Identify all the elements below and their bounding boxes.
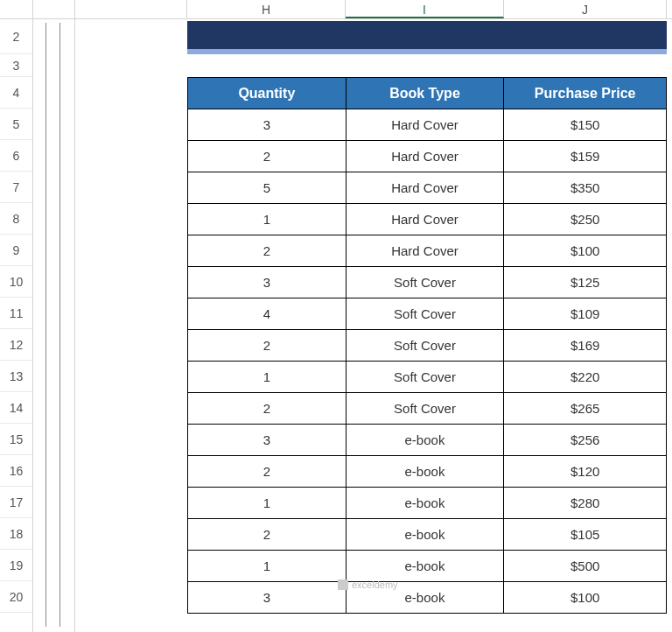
- outline-line-2: [60, 23, 60, 627]
- corner-spacer: [0, 0, 33, 18]
- cell-quantity[interactable]: 2: [188, 393, 346, 425]
- row-header-19[interactable]: 19: [0, 550, 32, 581]
- row-header-6[interactable]: 6: [0, 140, 32, 172]
- gap-row: [187, 54, 667, 77]
- cell-book_type[interactable]: Hard Cover: [346, 141, 504, 172]
- cell-purchase_price[interactable]: $109: [504, 298, 667, 330]
- row-header-10[interactable]: 10: [0, 266, 32, 298]
- grid[interactable]: Quantity Book Type Purchase Price 3Hard …: [75, 19, 672, 632]
- cell-book_type[interactable]: e-book: [346, 551, 504, 582]
- cell-quantity[interactable]: 1: [188, 362, 346, 393]
- cell-purchase_price[interactable]: $150: [504, 109, 667, 141]
- column-header-i[interactable]: I: [346, 0, 504, 18]
- table-row: 5Hard Cover$350: [188, 172, 667, 204]
- row-header-20[interactable]: 20: [0, 581, 32, 613]
- cell-purchase_price[interactable]: $169: [504, 330, 667, 362]
- cell-purchase_price[interactable]: $280: [504, 488, 667, 519]
- row-header-4[interactable]: 4: [0, 77, 32, 109]
- row-header-13[interactable]: 13: [0, 361, 32, 392]
- cell-purchase_price[interactable]: $250: [504, 204, 667, 235]
- cell-book_type[interactable]: e-book: [346, 519, 504, 551]
- table-row: 1Soft Cover$220: [188, 362, 667, 393]
- row-header-8[interactable]: 8: [0, 203, 32, 235]
- cell-book_type[interactable]: Soft Cover: [346, 330, 504, 362]
- table-row: 2Soft Cover$265: [188, 393, 667, 425]
- table-row: 2Hard Cover$100: [188, 235, 667, 267]
- column-header-k-edge: [667, 0, 672, 18]
- content-area: Quantity Book Type Purchase Price 3Hard …: [187, 19, 667, 614]
- row-headers: 2 3 4 5 6 7 8 9 10 11 12 13 14 15 16 17 …: [0, 19, 33, 632]
- cell-quantity[interactable]: 2: [188, 519, 346, 551]
- table-row: 2e-book$120: [188, 456, 667, 488]
- row-header-14[interactable]: 14: [0, 392, 32, 424]
- row-header-7[interactable]: 7: [0, 172, 32, 203]
- table-row: 1e-book$500: [188, 551, 667, 582]
- row-header-18[interactable]: 18: [0, 518, 32, 550]
- cell-book_type[interactable]: Soft Cover: [346, 267, 504, 298]
- outline-header-spacer: [33, 0, 75, 18]
- row-header-16[interactable]: 16: [0, 455, 32, 487]
- cell-purchase_price[interactable]: $100: [504, 235, 667, 267]
- column-header-j[interactable]: J: [504, 0, 667, 18]
- row-header-15[interactable]: 15: [0, 424, 32, 455]
- table-row: 2Soft Cover$169: [188, 330, 667, 362]
- outline-pane[interactable]: [33, 19, 75, 632]
- column-header-h[interactable]: H: [187, 0, 346, 18]
- table-row: 3Hard Cover$150: [188, 109, 667, 141]
- cell-book_type[interactable]: Hard Cover: [346, 109, 504, 141]
- cell-purchase_price[interactable]: $500: [504, 551, 667, 582]
- header-quantity[interactable]: Quantity: [188, 78, 346, 109]
- cell-purchase_price[interactable]: $256: [504, 425, 667, 456]
- row-header-3[interactable]: 3: [0, 54, 32, 77]
- cell-book_type[interactable]: Soft Cover: [346, 393, 504, 425]
- table-row: 2e-book$105: [188, 519, 667, 551]
- cell-quantity[interactable]: 2: [188, 141, 346, 172]
- cell-purchase_price[interactable]: $120: [504, 456, 667, 488]
- cell-purchase_price[interactable]: $100: [504, 582, 667, 614]
- cell-quantity[interactable]: 2: [188, 456, 346, 488]
- outline-line-1: [46, 23, 46, 627]
- cell-book_type[interactable]: Soft Cover: [346, 362, 504, 393]
- cell-quantity[interactable]: 3: [188, 425, 346, 456]
- cell-quantity[interactable]: 1: [188, 488, 346, 519]
- cell-quantity[interactable]: 2: [188, 330, 346, 362]
- header-book-type[interactable]: Book Type: [346, 78, 504, 109]
- row-header-2[interactable]: 2: [0, 19, 32, 54]
- cell-purchase_price[interactable]: $105: [504, 519, 667, 551]
- cell-quantity[interactable]: 3: [188, 582, 346, 614]
- row-header-9[interactable]: 9: [0, 235, 32, 266]
- row-header-12[interactable]: 12: [0, 329, 32, 361]
- cell-quantity[interactable]: 5: [188, 172, 346, 204]
- table-row: 4Soft Cover$109: [188, 298, 667, 330]
- column-header-g-spacer[interactable]: [75, 0, 187, 18]
- watermark-text: exceldemy: [352, 579, 398, 590]
- cell-purchase_price[interactable]: $350: [504, 172, 667, 204]
- cell-book_type[interactable]: e-book: [346, 488, 504, 519]
- header-purchase-price[interactable]: Purchase Price: [504, 78, 667, 109]
- cell-quantity[interactable]: 1: [188, 551, 346, 582]
- title-band: [187, 21, 667, 49]
- row-header-11[interactable]: 11: [0, 298, 32, 329]
- cell-quantity[interactable]: 3: [188, 109, 346, 141]
- row-header-5[interactable]: 5: [0, 109, 32, 140]
- cell-purchase_price[interactable]: $265: [504, 393, 667, 425]
- row-header-17[interactable]: 17: [0, 487, 32, 518]
- cell-book_type[interactable]: e-book: [346, 456, 504, 488]
- cell-book_type[interactable]: Hard Cover: [346, 204, 504, 235]
- cell-quantity[interactable]: 3: [188, 267, 346, 298]
- cell-book_type[interactable]: Hard Cover: [346, 235, 504, 267]
- cell-purchase_price[interactable]: $159: [504, 141, 667, 172]
- cell-book_type[interactable]: Soft Cover: [346, 298, 504, 330]
- cell-book_type[interactable]: Hard Cover: [346, 172, 504, 204]
- cell-quantity[interactable]: 4: [188, 298, 346, 330]
- cell-purchase_price[interactable]: $125: [504, 267, 667, 298]
- cell-quantity[interactable]: 1: [188, 204, 346, 235]
- watermark-icon: [338, 579, 348, 590]
- watermark: exceldemy: [338, 579, 398, 590]
- table-row: 1e-book$280: [188, 488, 667, 519]
- grid-column-g-spacer: [75, 19, 187, 632]
- cell-book_type[interactable]: e-book: [346, 425, 504, 456]
- cell-purchase_price[interactable]: $220: [504, 362, 667, 393]
- cell-quantity[interactable]: 2: [188, 235, 346, 267]
- table-row: 3e-book$100: [188, 582, 667, 614]
